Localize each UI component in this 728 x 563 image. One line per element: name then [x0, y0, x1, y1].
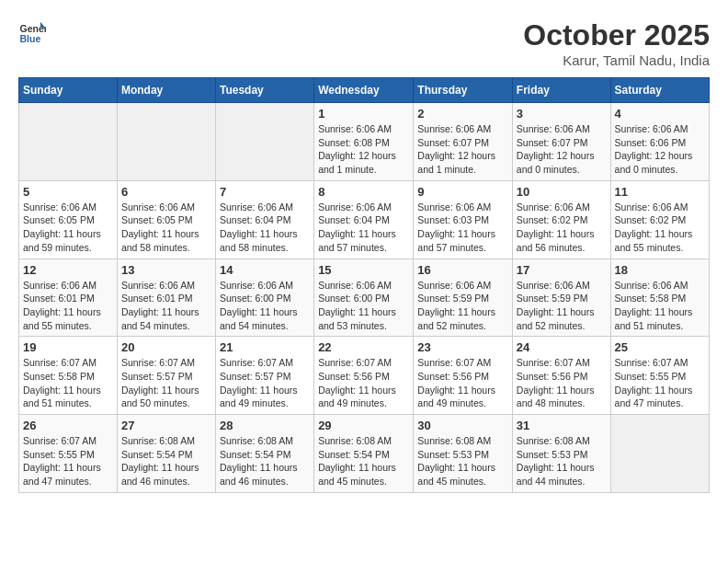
- day-detail: Sunrise: 6:08 AM Sunset: 5:54 PM Dayligh…: [121, 435, 199, 487]
- day-detail: Sunrise: 6:06 AM Sunset: 6:05 PM Dayligh…: [121, 201, 199, 253]
- day-number: 9: [417, 185, 508, 199]
- calendar-cell: [215, 103, 313, 181]
- calendar-cell: 20Sunrise: 6:07 AM Sunset: 5:57 PM Dayli…: [117, 337, 215, 415]
- calendar-cell: 22Sunrise: 6:07 AM Sunset: 5:56 PM Dayli…: [314, 337, 414, 415]
- calendar-cell: 21Sunrise: 6:07 AM Sunset: 5:57 PM Dayli…: [215, 337, 313, 415]
- day-detail: Sunrise: 6:06 AM Sunset: 6:07 PM Dayligh…: [517, 123, 595, 175]
- week-row-3: 12Sunrise: 6:06 AM Sunset: 6:01 PM Dayli…: [19, 259, 710, 337]
- calendar-cell: 5Sunrise: 6:06 AM Sunset: 6:05 PM Daylig…: [19, 180, 118, 259]
- day-number: 6: [121, 185, 211, 199]
- column-header-saturday: Saturday: [610, 78, 709, 103]
- calendar-cell: 8Sunrise: 6:06 AM Sunset: 6:04 PM Daylig…: [314, 180, 414, 259]
- day-number: 17: [517, 263, 607, 277]
- day-detail: Sunrise: 6:08 AM Sunset: 5:54 PM Dayligh…: [318, 435, 396, 487]
- svg-text:Blue: Blue: [20, 33, 41, 44]
- day-number: 4: [615, 107, 705, 121]
- calendar-cell: 25Sunrise: 6:07 AM Sunset: 5:55 PM Dayli…: [610, 337, 709, 415]
- calendar-cell: 10Sunrise: 6:06 AM Sunset: 6:02 PM Dayli…: [512, 180, 610, 259]
- day-number: 8: [318, 185, 409, 199]
- calendar-cell: [610, 415, 709, 493]
- week-row-4: 19Sunrise: 6:07 AM Sunset: 5:58 PM Dayli…: [19, 337, 710, 415]
- day-detail: Sunrise: 6:08 AM Sunset: 5:53 PM Dayligh…: [517, 435, 595, 487]
- week-row-1: 1Sunrise: 6:06 AM Sunset: 6:08 PM Daylig…: [19, 103, 710, 181]
- calendar-cell: 15Sunrise: 6:06 AM Sunset: 6:00 PM Dayli…: [314, 259, 414, 337]
- day-number: 29: [318, 419, 409, 432]
- day-detail: Sunrise: 6:07 AM Sunset: 5:58 PM Dayligh…: [23, 357, 101, 408]
- calendar-cell: [19, 103, 118, 181]
- day-detail: Sunrise: 6:06 AM Sunset: 5:58 PM Dayligh…: [615, 280, 693, 331]
- day-number: 12: [23, 263, 113, 277]
- calendar-cell: 2Sunrise: 6:06 AM Sunset: 6:07 PM Daylig…: [414, 103, 513, 181]
- page-header: General Blue October 2025 Karur, Tamil N…: [18, 18, 710, 68]
- calendar-cell: 13Sunrise: 6:06 AM Sunset: 6:01 PM Dayli…: [117, 259, 215, 337]
- day-detail: Sunrise: 6:07 AM Sunset: 5:56 PM Dayligh…: [318, 357, 396, 408]
- calendar-cell: 1Sunrise: 6:06 AM Sunset: 6:08 PM Daylig…: [314, 103, 414, 181]
- day-detail: Sunrise: 6:06 AM Sunset: 6:01 PM Dayligh…: [121, 280, 199, 331]
- calendar-cell: 16Sunrise: 6:06 AM Sunset: 5:59 PM Dayli…: [414, 259, 513, 337]
- day-number: 18: [615, 263, 705, 277]
- day-number: 31: [517, 419, 607, 432]
- day-detail: Sunrise: 6:06 AM Sunset: 6:08 PM Dayligh…: [318, 123, 396, 175]
- day-number: 28: [220, 419, 310, 432]
- week-row-5: 26Sunrise: 6:07 AM Sunset: 5:55 PM Dayli…: [19, 415, 710, 493]
- location-subtitle: Karur, Tamil Nadu, India: [523, 52, 710, 68]
- day-detail: Sunrise: 6:06 AM Sunset: 6:05 PM Dayligh…: [23, 201, 101, 253]
- calendar-cell: 23Sunrise: 6:07 AM Sunset: 5:56 PM Dayli…: [414, 337, 513, 415]
- day-detail: Sunrise: 6:06 AM Sunset: 6:07 PM Dayligh…: [417, 123, 495, 175]
- calendar-cell: 17Sunrise: 6:06 AM Sunset: 5:59 PM Dayli…: [512, 259, 610, 337]
- day-detail: Sunrise: 6:06 AM Sunset: 6:00 PM Dayligh…: [318, 280, 396, 331]
- day-number: 24: [517, 340, 607, 354]
- day-number: 7: [220, 185, 310, 199]
- day-number: 2: [417, 107, 508, 121]
- day-detail: Sunrise: 6:06 AM Sunset: 5:59 PM Dayligh…: [517, 280, 595, 331]
- day-number: 23: [417, 340, 508, 354]
- calendar-cell: 7Sunrise: 6:06 AM Sunset: 6:04 PM Daylig…: [215, 180, 313, 259]
- day-detail: Sunrise: 6:06 AM Sunset: 6:04 PM Dayligh…: [318, 201, 396, 253]
- day-number: 3: [517, 107, 607, 121]
- calendar-cell: 28Sunrise: 6:08 AM Sunset: 5:54 PM Dayli…: [215, 415, 313, 493]
- day-number: 16: [417, 263, 508, 277]
- calendar-cell: 30Sunrise: 6:08 AM Sunset: 5:53 PM Dayli…: [414, 415, 513, 493]
- column-header-thursday: Thursday: [414, 78, 513, 103]
- day-number: 10: [517, 185, 607, 199]
- column-header-friday: Friday: [512, 78, 610, 103]
- logo: General Blue: [18, 18, 46, 46]
- calendar-cell: 3Sunrise: 6:06 AM Sunset: 6:07 PM Daylig…: [512, 103, 610, 181]
- day-detail: Sunrise: 6:07 AM Sunset: 5:57 PM Dayligh…: [220, 357, 298, 408]
- calendar-cell: 4Sunrise: 6:06 AM Sunset: 6:06 PM Daylig…: [610, 103, 709, 181]
- day-detail: Sunrise: 6:06 AM Sunset: 6:02 PM Dayligh…: [517, 201, 595, 253]
- calendar-table: SundayMondayTuesdayWednesdayThursdayFrid…: [18, 77, 710, 493]
- column-header-monday: Monday: [117, 78, 215, 103]
- day-number: 27: [121, 419, 211, 432]
- day-detail: Sunrise: 6:07 AM Sunset: 5:55 PM Dayligh…: [615, 357, 693, 408]
- calendar-cell: 9Sunrise: 6:06 AM Sunset: 6:03 PM Daylig…: [414, 180, 513, 259]
- day-number: 11: [615, 185, 705, 199]
- day-number: 30: [417, 419, 508, 432]
- calendar-cell: 26Sunrise: 6:07 AM Sunset: 5:55 PM Dayli…: [19, 415, 118, 493]
- day-detail: Sunrise: 6:06 AM Sunset: 6:03 PM Dayligh…: [417, 201, 495, 253]
- calendar-cell: 27Sunrise: 6:08 AM Sunset: 5:54 PM Dayli…: [117, 415, 215, 493]
- header-row: SundayMondayTuesdayWednesdayThursdayFrid…: [19, 78, 710, 103]
- title-block: October 2025 Karur, Tamil Nadu, India: [523, 18, 710, 68]
- calendar-cell: 31Sunrise: 6:08 AM Sunset: 5:53 PM Dayli…: [512, 415, 610, 493]
- calendar-cell: 14Sunrise: 6:06 AM Sunset: 6:00 PM Dayli…: [215, 259, 313, 337]
- calendar-cell: 29Sunrise: 6:08 AM Sunset: 5:54 PM Dayli…: [314, 415, 414, 493]
- month-title: October 2025: [523, 18, 710, 52]
- column-header-wednesday: Wednesday: [314, 78, 414, 103]
- calendar-cell: 18Sunrise: 6:06 AM Sunset: 5:58 PM Dayli…: [610, 259, 709, 337]
- day-detail: Sunrise: 6:06 AM Sunset: 6:00 PM Dayligh…: [220, 280, 298, 331]
- column-header-sunday: Sunday: [19, 78, 118, 103]
- calendar-cell: 24Sunrise: 6:07 AM Sunset: 5:56 PM Dayli…: [512, 337, 610, 415]
- day-number: 21: [220, 340, 310, 354]
- day-detail: Sunrise: 6:07 AM Sunset: 5:56 PM Dayligh…: [517, 357, 595, 408]
- day-detail: Sunrise: 6:06 AM Sunset: 5:59 PM Dayligh…: [417, 280, 495, 331]
- day-number: 19: [23, 340, 113, 354]
- day-detail: Sunrise: 6:07 AM Sunset: 5:56 PM Dayligh…: [417, 357, 495, 408]
- week-row-2: 5Sunrise: 6:06 AM Sunset: 6:05 PM Daylig…: [19, 180, 710, 259]
- day-detail: Sunrise: 6:06 AM Sunset: 6:06 PM Dayligh…: [615, 123, 693, 175]
- day-number: 1: [318, 107, 409, 121]
- day-detail: Sunrise: 6:08 AM Sunset: 5:54 PM Dayligh…: [220, 435, 298, 487]
- day-detail: Sunrise: 6:06 AM Sunset: 6:01 PM Dayligh…: [23, 280, 101, 331]
- logo-icon: General Blue: [18, 18, 46, 46]
- calendar-cell: [117, 103, 215, 181]
